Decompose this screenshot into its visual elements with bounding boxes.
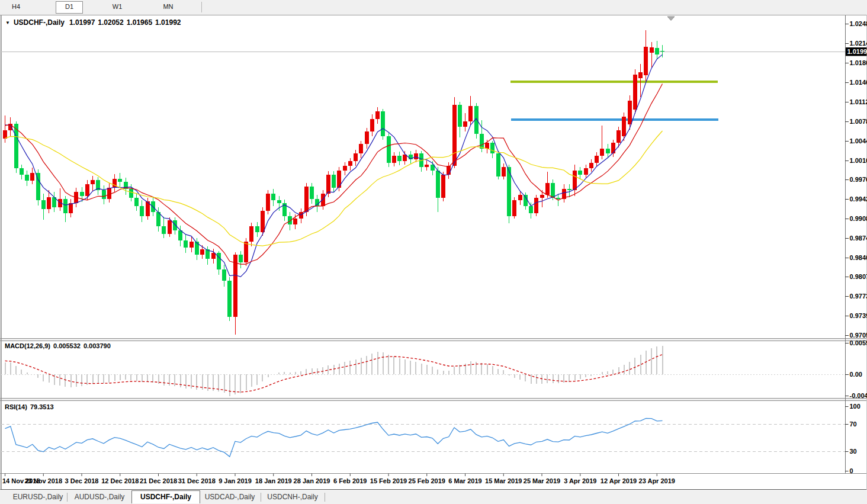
tab-separator [67,493,68,502]
date-label: 25 Mar 2019 [524,477,560,484]
support-line[interactable] [511,118,718,121]
date-label: 23 Apr 2019 [639,477,675,484]
resistance-line[interactable] [510,81,718,83]
timeframe-toolbar: H4 D1 W1 MN [0,0,867,15]
price-axis-label: 0.99420 [850,195,867,203]
price-axis-label: 0.97390 [850,312,867,319]
date-label: 25 Feb 2019 [409,477,445,484]
price-axis-label: 1.00100 [850,157,867,164]
price-axis-label: 0.98070 [850,273,867,280]
macd-axis-label: 0.005997 [850,339,867,346]
date-label: 9 Jan 2019 [219,477,252,484]
date-label: 28 Jan 2019 [294,477,330,484]
date-label: 18 Jan 2019 [255,477,292,484]
symbol-dropdown-icon[interactable]: ▼ [5,20,10,25]
rsi-axis-label: 30 [850,448,857,455]
rsi-axis-label: 100 [850,403,860,410]
svg-text:1.01992: 1.01992 [847,48,867,55]
tab-audusd[interactable]: AUDUSD-,Daily [70,491,129,503]
timeframe-button-d1[interactable]: D1 [56,1,83,14]
price-axis-label: 0.98740 [850,235,867,242]
timeframe-button-w1[interactable]: W1 [104,1,130,12]
date-label: 6 Mar 2019 [448,477,481,484]
tab-separator [325,493,325,502]
price-axis-label: 1.00780 [850,118,867,125]
date-label: 3 Dec 2018 [65,477,99,484]
timeframe-button-h4[interactable]: H4 [3,1,29,12]
tab-eurusd[interactable]: EURUSD-,Daily [9,491,66,503]
tab-separator [261,493,261,502]
tab-usdcnh[interactable]: USDCNH-,Daily [264,491,321,503]
rsi-axis-label: 0 [850,467,853,474]
symbol-tab-bar: EURUSD-,Daily AUDUSD-,Daily USDCHF-,Dail… [0,490,867,504]
price-axis-label: 0.99080 [850,215,867,222]
toolbar-divider [201,2,202,12]
price-axis-label: 1.01800 [850,59,867,66]
price-axis-label: 1.02480 [850,20,867,27]
window-frame [0,15,867,490]
rsi-axis-label: 70 [850,420,857,428]
date-label: 12 Apr 2019 [601,477,637,484]
tab-usdchf[interactable]: USDCHF-,Daily [131,490,200,503]
price-axis-label: 0.98400 [850,254,867,261]
macd-axis-label: 0.00 [850,371,862,378]
price-axis-label: 0.97050 [850,332,867,339]
price-axis-label: 1.01460 [850,79,867,86]
tab-usdcad[interactable]: USDCAD-,Daily [201,491,258,503]
date-label: 15 Feb 2019 [370,477,407,484]
macd-axis-label: -0.004244 [850,392,867,399]
chart-canvas[interactable]: 1.024801.021401.018001.014601.011201.007… [0,0,867,504]
price-axis-label: 0.99760 [850,176,867,183]
price-axis-label: 1.00440 [850,137,867,145]
price-axis-label: 1.01120 [850,98,867,105]
price-axis-label: 1.02140 [850,40,867,47]
date-label: 3 Apr 2019 [564,477,596,484]
date-label: 31 Dec 2018 [178,477,216,484]
date-label: 23 Nov 2018 [24,477,62,484]
date-label: 12 Dec 2018 [101,477,139,484]
timeframe-button-mn[interactable]: MN [155,1,181,12]
price-axis-label: 0.97730 [850,293,867,300]
current-price-badge: 1.01992 [846,47,867,56]
date-label: 15 Mar 2019 [485,477,522,484]
date-label: 6 Feb 2019 [333,477,367,484]
date-label: 21 Dec 2018 [140,477,177,484]
